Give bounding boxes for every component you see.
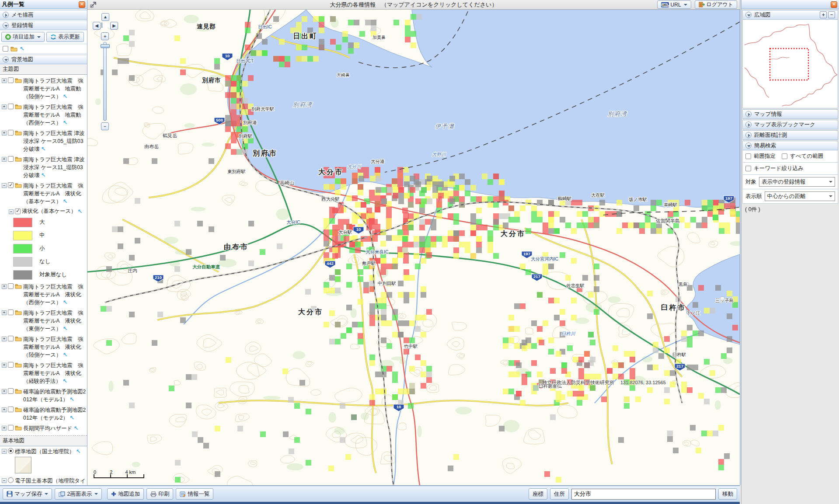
chevron-right-icon bbox=[745, 122, 752, 128]
tree-expander-icon[interactable]: + bbox=[2, 78, 7, 83]
all-range-checkbox[interactable] bbox=[782, 153, 787, 159]
panel-measure[interactable]: 距離面積計測 bbox=[742, 130, 838, 140]
close-icon[interactable]: ✕ bbox=[79, 1, 85, 8]
zoom-to-icon[interactable]: ↖ bbox=[76, 448, 81, 455]
url-button[interactable]: URL URL bbox=[657, 0, 691, 9]
zoom-to-icon[interactable]: ↖ bbox=[74, 425, 79, 431]
panel-memo[interactable]: メモ描画 bbox=[0, 10, 87, 20]
panel-background-map[interactable]: 背景地図 bbox=[0, 55, 87, 64]
overview-zoom-out-button[interactable]: － bbox=[828, 11, 835, 18]
layer-checkbox[interactable] bbox=[8, 362, 14, 368]
map-canvas[interactable]: 10500101021044219721721719710速見郡日出町別府市別府… bbox=[87, 10, 740, 485]
layer-checkbox[interactable] bbox=[8, 336, 14, 341]
address-input[interactable] bbox=[571, 489, 716, 500]
layer-checkbox[interactable] bbox=[8, 425, 14, 431]
zoom-to-icon[interactable]: ↖ bbox=[63, 198, 68, 205]
zoom-to-icon[interactable]: ↖ bbox=[63, 325, 68, 332]
pan-icon[interactable] bbox=[90, 1, 97, 8]
close-icon[interactable]: ✕ bbox=[831, 1, 837, 8]
logout-button[interactable]: ログアウト bbox=[695, 0, 737, 9]
basemap-radio[interactable] bbox=[8, 448, 14, 454]
add-map-button[interactable]: 地図追加 bbox=[107, 488, 144, 500]
layer-checkbox[interactable] bbox=[8, 388, 14, 394]
zoom-to-icon[interactable]: ↖ bbox=[63, 119, 68, 126]
layer-checkbox[interactable] bbox=[8, 104, 14, 109]
target-select[interactable]: 表示中の登録情報 bbox=[759, 177, 835, 187]
zoom-to-icon[interactable]: ↖ bbox=[70, 414, 74, 421]
move-button[interactable]: 移動 bbox=[718, 488, 737, 500]
zoom-to-icon[interactable]: ↖ bbox=[78, 209, 83, 214]
layer-item: +南海トラフ巨大地震 強震断層モデルA 液状化（経験的手法） ↖ bbox=[0, 360, 87, 386]
tree-expander-icon[interactable]: + bbox=[2, 284, 7, 289]
info-list-button[interactable]: 情報一覧 bbox=[176, 488, 213, 500]
map-label: 大在駅 bbox=[591, 192, 605, 198]
zoom-to-icon[interactable]: ↖ bbox=[63, 378, 67, 384]
zoom-to-icon[interactable]: ↖ bbox=[63, 93, 68, 100]
cursor-coordinates: 131.82076, 33.12565 bbox=[620, 380, 666, 385]
layer-checkbox[interactable] bbox=[8, 182, 14, 188]
tree-expander-icon[interactable]: − bbox=[2, 183, 7, 188]
zoom-to-icon[interactable]: ↖ bbox=[70, 396, 74, 403]
refresh-button[interactable]: 表示更新 bbox=[46, 32, 84, 42]
zoom-out-button[interactable]: － bbox=[101, 122, 109, 130]
zoom-slider[interactable] bbox=[103, 42, 107, 121]
pan-left-button[interactable]: ◀ bbox=[93, 22, 101, 30]
zoom-in-button[interactable]: ＋ bbox=[101, 32, 109, 40]
map-label: 大分宮河内IC bbox=[531, 256, 558, 261]
layer-checkbox[interactable] bbox=[8, 130, 14, 136]
zoom-to-icon[interactable]: ↖ bbox=[20, 46, 24, 51]
layer-checkbox[interactable] bbox=[8, 156, 14, 162]
pan-up-button[interactable]: ▲ bbox=[101, 13, 109, 21]
checkbox[interactable] bbox=[3, 46, 8, 52]
print-button[interactable]: 印刷 bbox=[146, 488, 173, 500]
panel-registered[interactable]: 登録情報 bbox=[0, 21, 87, 30]
layer-checkbox[interactable] bbox=[8, 407, 14, 412]
panel-map-info[interactable]: マップ情報 bbox=[742, 109, 838, 119]
overview-zoom-in-button[interactable]: ＋ bbox=[820, 11, 827, 18]
add-item-button[interactable]: 項目追加 bbox=[1, 32, 45, 42]
home-button[interactable] bbox=[101, 22, 102, 28]
panel-overview-map[interactable]: 広域図 ＋ － bbox=[742, 10, 838, 20]
tree-expander-icon[interactable]: + bbox=[2, 426, 7, 431]
basemap-radio[interactable] bbox=[8, 477, 14, 483]
order-select[interactable]: 中心からの距離 bbox=[765, 191, 836, 201]
pan-right-button[interactable]: ▶ bbox=[110, 22, 118, 30]
address-button[interactable]: 住所 bbox=[550, 488, 569, 500]
overview-map[interactable] bbox=[742, 20, 838, 108]
map-label: 伊予灘 bbox=[435, 123, 455, 129]
map-save-button[interactable]: マップ保存 bbox=[3, 488, 52, 500]
zoom-to-icon[interactable]: ↖ bbox=[63, 351, 68, 358]
sublayer-checkbox[interactable] bbox=[15, 209, 21, 214]
panel-quick-search[interactable]: 簡易検索 bbox=[742, 141, 838, 150]
coord-button[interactable]: 座標 bbox=[529, 488, 547, 500]
tree-expander-icon[interactable]: + bbox=[2, 104, 7, 109]
tree-expander-icon[interactable]: + bbox=[2, 131, 7, 136]
layer-checkbox[interactable] bbox=[8, 283, 14, 289]
layer-checkbox[interactable] bbox=[8, 77, 14, 83]
zoom-slider-handle[interactable] bbox=[101, 44, 110, 48]
tree-expander-icon[interactable]: − bbox=[9, 209, 14, 214]
two-screen-button[interactable]: 2画面表示 bbox=[55, 488, 102, 500]
tree-expander-icon[interactable]: + bbox=[2, 407, 7, 412]
tree-expander-icon[interactable]: + bbox=[2, 337, 7, 341]
tree-expander-icon[interactable]: − bbox=[2, 478, 7, 483]
tree-expander-icon[interactable]: + bbox=[2, 363, 7, 368]
zoom-to-icon[interactable]: ↖ bbox=[41, 146, 46, 152]
layer-checkbox[interactable] bbox=[8, 309, 14, 315]
layer-item: +南海トラフ巨大地震 津波浸水深 ケース05_堤防03分破壊 ↖ bbox=[0, 128, 87, 154]
basemap-thumbnail[interactable] bbox=[15, 457, 31, 473]
chevron-right-icon bbox=[745, 111, 752, 117]
layer-label: 長期間平均ハザード ↖ bbox=[23, 425, 86, 433]
legend-swatch bbox=[13, 257, 32, 267]
svg-text:197: 197 bbox=[725, 196, 732, 201]
keyword-checkbox[interactable] bbox=[745, 166, 751, 171]
svg-text:442: 442 bbox=[327, 261, 334, 266]
zoom-to-icon[interactable]: ↖ bbox=[41, 172, 46, 178]
tree-expander-icon[interactable]: + bbox=[2, 389, 7, 394]
zoom-to-icon[interactable]: ↖ bbox=[63, 299, 68, 306]
panel-bookmark[interactable]: マップ表示ブックマーク bbox=[742, 120, 838, 129]
tree-expander-icon[interactable]: + bbox=[2, 310, 7, 315]
tree-expander-icon[interactable]: + bbox=[2, 157, 7, 162]
range-checkbox[interactable] bbox=[745, 153, 751, 159]
tree-expander-icon[interactable]: − bbox=[2, 449, 7, 454]
